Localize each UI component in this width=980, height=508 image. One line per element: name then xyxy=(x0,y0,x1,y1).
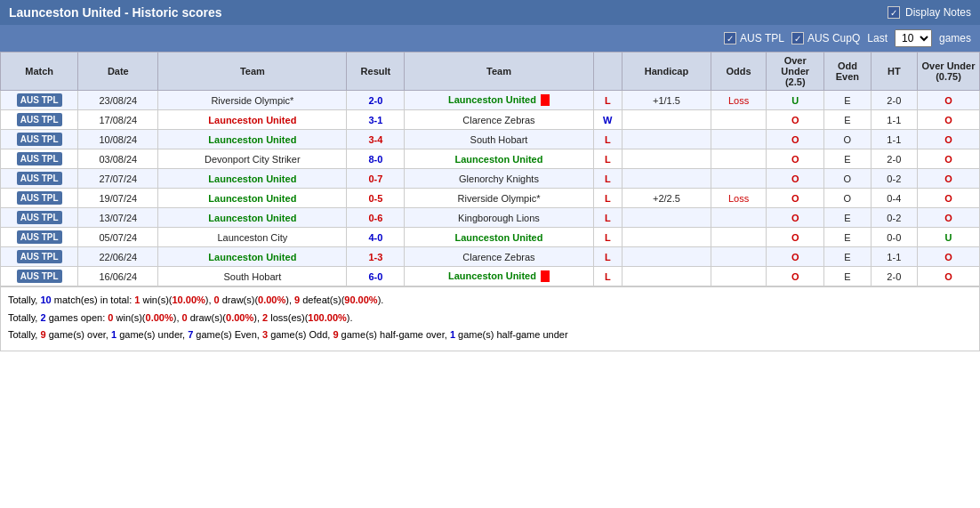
oe-cell: O xyxy=(824,169,871,189)
last-games-select[interactable]: 10 20 50 xyxy=(895,29,932,47)
team1-cell[interactable]: Launceston City xyxy=(158,228,347,247)
team1-cell[interactable]: Launceston United xyxy=(158,169,347,189)
league-badge: AUS TPL xyxy=(17,250,62,263)
summary-under: 1 xyxy=(111,329,116,340)
league-cell: AUS TPL xyxy=(1,247,78,267)
summary-open-wins: 0 xyxy=(108,312,113,323)
col-header-ou25: Over Under (2.5) xyxy=(767,52,824,91)
ou075-cell: O xyxy=(918,91,980,110)
table-row: AUS TPL03/08/24Devonport City Striker8-0… xyxy=(1,149,980,169)
handicap-cell xyxy=(623,130,711,149)
table-row: AUS TPL19/07/24Launceston United0-5River… xyxy=(1,189,980,208)
result-cell: 4-0 xyxy=(347,228,405,247)
summary-defeats: 9 xyxy=(294,294,300,305)
aus-tpl-checkbox[interactable]: ✓ xyxy=(724,32,736,44)
red-card-icon xyxy=(541,94,550,106)
odds-cell xyxy=(711,267,766,286)
display-notes-checkbox[interactable]: ✓ xyxy=(888,6,900,19)
ou075-cell: O xyxy=(918,169,980,189)
team1-cell[interactable]: Launceston United xyxy=(158,189,347,208)
oe-cell: E xyxy=(824,228,871,247)
summary-odd: 3 xyxy=(262,329,268,340)
league-badge: AUS TPL xyxy=(17,113,62,126)
summary-line-3: Totally, 9 game(s) over, 1 game(s) under… xyxy=(8,327,972,343)
summary-hgover: 9 xyxy=(333,329,338,340)
team2-cell[interactable]: Clarence Zebras xyxy=(405,247,593,267)
ht-cell: 1-1 xyxy=(871,110,917,130)
wl-cell: L xyxy=(593,208,622,228)
team2-cell[interactable]: Launceston United xyxy=(405,149,593,169)
ht-cell: 2-0 xyxy=(871,149,917,169)
result-cell: 6-0 xyxy=(347,267,405,286)
team1-cell[interactable]: Launceston United xyxy=(158,130,347,149)
odds-cell xyxy=(711,130,766,149)
league-cell: AUS TPL xyxy=(1,110,78,130)
col-header-match: Match xyxy=(1,52,78,91)
wl-cell: L xyxy=(593,247,622,267)
handicap-cell xyxy=(623,267,711,286)
team1-cell[interactable]: Riverside Olympic* xyxy=(158,91,347,110)
team2-cell[interactable]: South Hobart xyxy=(405,130,593,149)
summary-section: Totally, 10 match(es) in total: 1 win(s)… xyxy=(0,286,980,351)
table-row: AUS TPL10/08/24Launceston United3-4South… xyxy=(1,130,980,149)
aus-cupq-filter[interactable]: ✓ AUS CupQ xyxy=(791,32,860,44)
ou075-cell: O xyxy=(918,267,980,286)
league-badge: AUS TPL xyxy=(17,270,62,283)
team2-cell[interactable]: Riverside Olympic* xyxy=(405,189,593,208)
table-row: AUS TPL16/06/24South Hobart6-0Launceston… xyxy=(1,267,980,286)
date-cell: 16/06/24 xyxy=(78,267,158,286)
col-header-oe: Odd Even xyxy=(824,52,871,91)
wl-cell: L xyxy=(593,267,622,286)
odds-cell xyxy=(711,110,766,130)
table-row: AUS TPL22/06/24Launceston United1-3Clare… xyxy=(1,247,980,267)
ou25-cell: O xyxy=(767,208,824,228)
ou075-cell: O xyxy=(918,149,980,169)
team1-cell[interactable]: Devonport City Striker xyxy=(158,149,347,169)
header-right: ✓ Display Notes xyxy=(888,6,971,19)
col-header-ht: HT xyxy=(871,52,917,91)
result-cell: 8-0 xyxy=(347,149,405,169)
league-cell: AUS TPL xyxy=(1,149,78,169)
date-cell: 19/07/24 xyxy=(78,189,158,208)
aus-cupq-label: AUS CupQ xyxy=(807,32,860,44)
team2-cell[interactable]: Launceston United xyxy=(405,91,593,110)
team1-cell[interactable]: Launceston United xyxy=(158,208,347,228)
odds-cell xyxy=(711,247,766,267)
display-notes-label: Display Notes xyxy=(905,6,971,19)
summary-wins: 1 xyxy=(134,294,140,305)
oe-cell: E xyxy=(824,208,871,228)
summary-open-draws: 0 xyxy=(182,312,188,323)
summary-line-1: Totally, 10 match(es) in total: 1 win(s)… xyxy=(8,293,972,308)
team2-cell[interactable]: Launceston United xyxy=(405,267,593,286)
wl-cell: L xyxy=(593,130,622,149)
summary-draws: 0 xyxy=(214,294,220,305)
league-badge: AUS TPL xyxy=(17,93,62,107)
wl-cell: L xyxy=(593,189,622,208)
ou25-cell: O xyxy=(767,267,824,286)
team2-cell[interactable]: Glenorchy Knights xyxy=(405,169,593,189)
team2-cell[interactable]: Kingborough Lions xyxy=(405,208,593,228)
team1-cell[interactable]: South Hobart xyxy=(158,267,347,286)
ou25-cell: O xyxy=(767,169,824,189)
table-row: AUS TPL13/07/24Launceston United0-6Kingb… xyxy=(1,208,980,228)
aus-tpl-label: AUS TPL xyxy=(740,32,784,44)
summary-hgunder: 1 xyxy=(450,329,455,340)
date-cell: 17/08/24 xyxy=(78,110,158,130)
ht-cell: 2-0 xyxy=(871,267,917,286)
handicap-cell xyxy=(623,149,711,169)
handicap-cell xyxy=(623,110,711,130)
team1-cell[interactable]: Launceston United xyxy=(158,110,347,130)
aus-cupq-checkbox[interactable]: ✓ xyxy=(791,32,804,44)
odds-cell xyxy=(711,169,766,189)
team1-cell[interactable]: Launceston United xyxy=(158,247,347,267)
team2-cell[interactable]: Launceston United xyxy=(405,228,593,247)
team2-cell[interactable]: Clarence Zebras xyxy=(405,110,593,130)
oe-cell: E xyxy=(824,149,871,169)
league-badge: AUS TPL xyxy=(17,211,62,224)
wl-cell: L xyxy=(593,228,622,247)
ou075-cell: O xyxy=(918,208,980,228)
oe-cell: E xyxy=(824,110,871,130)
aus-tpl-filter[interactable]: ✓ AUS TPL xyxy=(724,32,784,44)
table-row: AUS TPL27/07/24Launceston United0-7Gleno… xyxy=(1,169,980,189)
handicap-cell xyxy=(623,169,711,189)
